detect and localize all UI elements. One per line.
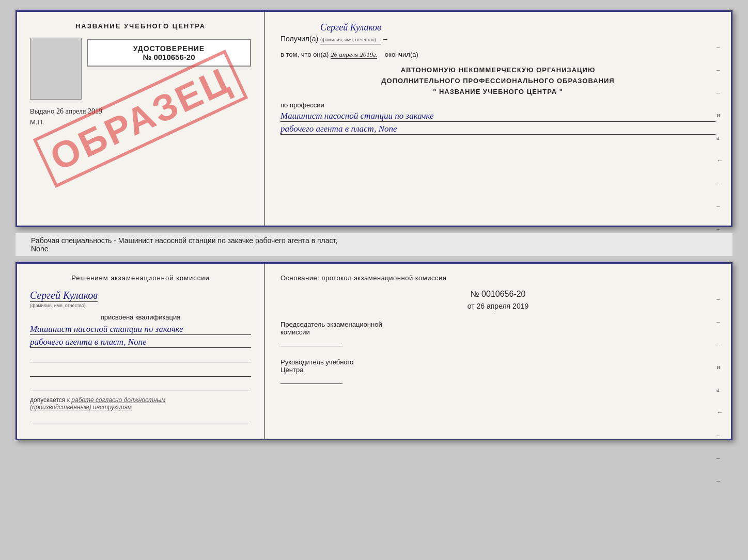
profession-line2: рабочего агента в пласт, None (280, 124, 715, 135)
poluchil-line: Получил(а) Сергей Кулаков (фамилия, имя,… (280, 22, 715, 44)
rukovoditel-label2: Центра (280, 366, 715, 374)
bottom-document: Решением экзаменационной комиссии Сергей… (15, 262, 733, 440)
predsedatel-label2: комиссии (280, 328, 715, 336)
main-container: НАЗВАНИЕ УЧЕБНОГО ЦЕНТРА УДОСТОВЕРЕНИЕ №… (0, 0, 748, 451)
osnovanie-label: Основание: протокол экзаменационной коми… (280, 274, 715, 282)
kvalf-line2: рабочего агента в пласт, None (30, 337, 251, 348)
predsedatel-label: Председатель экзаменационной (280, 321, 715, 328)
dopuskaetsya-val2: (производственным) инструкциям (30, 404, 132, 411)
poluchil-label: Получил(а) (280, 35, 318, 43)
vydano-line: Выдано 26 апреля 2019 (30, 107, 102, 116)
vtom-label: в том, что он(а) (280, 51, 329, 58)
bottom-left: Решением экзаменационной комиссии Сергей… (17, 264, 265, 439)
predsedatel-sig-line (280, 336, 342, 346)
rukovoditel-label: Руководитель учебного (280, 358, 715, 366)
familiya-hint: (фамилия, имя, отчество) (320, 37, 376, 42)
bottom-person-name: Сергей Кулаков (30, 290, 98, 302)
vtom-line: в том, что он(а) 26 апреля 2019г. окончи… (280, 51, 715, 59)
org-block: АВТОНОМНУЮ НЕКОММЕРЧЕСКУЮ ОРГАНИЗАЦИЮ ДО… (280, 65, 715, 97)
doc-right: Получил(а) Сергей Кулаков (фамилия, имя,… (265, 12, 731, 226)
vydano-date: 26 апреля 2019 (56, 107, 102, 115)
udostoverenie-num: № 0010656-20 (96, 53, 242, 61)
bottom-right: Основание: протокол экзаменационной коми… (265, 264, 731, 439)
resheniem-title: Решением экзаменационной комиссии (30, 274, 251, 282)
sig-line-2 (30, 366, 251, 377)
bottom-right-dashes: – – – и а ← – – – (716, 295, 723, 485)
sig-line-1 (30, 352, 251, 362)
sig-line-3 (30, 381, 251, 391)
prisvoena-label: присвоена квалификация (30, 313, 251, 321)
center-title: НАЗВАНИЕ УЧЕБНОГО ЦЕНТРА (75, 22, 206, 30)
dopuskaetsya-val: работе согласно должностным (71, 396, 165, 404)
photo-placeholder (30, 38, 82, 100)
dopuskaetsya-block: допускается к работе согласно должностны… (30, 396, 251, 411)
dopuskaetsya-label: допускается к (30, 396, 70, 404)
po-professii: по профессии (280, 101, 715, 109)
rukovoditel-block: Руководитель учебного Центра (280, 358, 715, 386)
bottom-person-name-block: Сергей Кулаков (фамилия, имя, отчество) (30, 290, 251, 308)
protocol-date-prefix: от (467, 302, 475, 310)
right-dashes: – – – и а ← – – – (716, 43, 723, 233)
okonchil-label: окончил(а) (385, 51, 418, 58)
subtitle-text: Рабочая специальность - Машинист насосно… (31, 236, 337, 245)
doc-left: НАЗВАНИЕ УЧЕБНОГО ЦЕНТРА УДОСТОВЕРЕНИЕ №… (17, 12, 265, 226)
top-document: НАЗВАНИЕ УЧЕБНОГО ЦЕНТРА УДОСТОВЕРЕНИЕ №… (15, 10, 733, 227)
protocol-date: от 26 апреля 2019 (280, 302, 715, 310)
protocol-num: № 0010656-20 (280, 290, 715, 299)
org-line2: ДОПОЛНИТЕЛЬНОГО ПРОФЕССИОНАЛЬНОГО ОБРАЗО… (280, 76, 715, 87)
subtitle-text2: None (31, 245, 48, 253)
predsedatel-block: Председатель экзаменационной комиссии (280, 321, 715, 348)
vydano-label: Выдано (30, 107, 54, 115)
udostoverenie-title: УДОСТОВЕРЕНИЕ (96, 44, 242, 53)
vtom-date: 26 апреля 2019г. (331, 51, 377, 59)
org-line1: АВТОНОМНУЮ НЕКОММЕРЧЕСКУЮ ОРГАНИЗАЦИЮ (280, 65, 715, 76)
profession-line1: Машинист насосной станции по закачке (280, 111, 715, 122)
kvalf-line1: Машинист насосной станции по закачке (30, 324, 251, 335)
rukovoditel-sig-line (280, 374, 342, 384)
poluchil-name: Сергей Кулаков (фамилия, имя, отчество) (320, 22, 381, 44)
mp-line: М.П. (30, 118, 44, 126)
subtitle-line: Рабочая специальность - Машинист насосно… (15, 233, 733, 256)
bottom-familiya-hint: (фамилия, имя, отчество) (30, 303, 251, 308)
protocol-date-val: 26 апреля 2019 (477, 302, 529, 310)
sig-line-4 (30, 414, 251, 424)
org-line3: " НАЗВАНИЕ УЧЕБНОГО ЦЕНТРА " (280, 87, 715, 98)
udostoverenie-box: УДОСТОВЕРЕНИЕ № 0010656-20 (87, 39, 251, 67)
